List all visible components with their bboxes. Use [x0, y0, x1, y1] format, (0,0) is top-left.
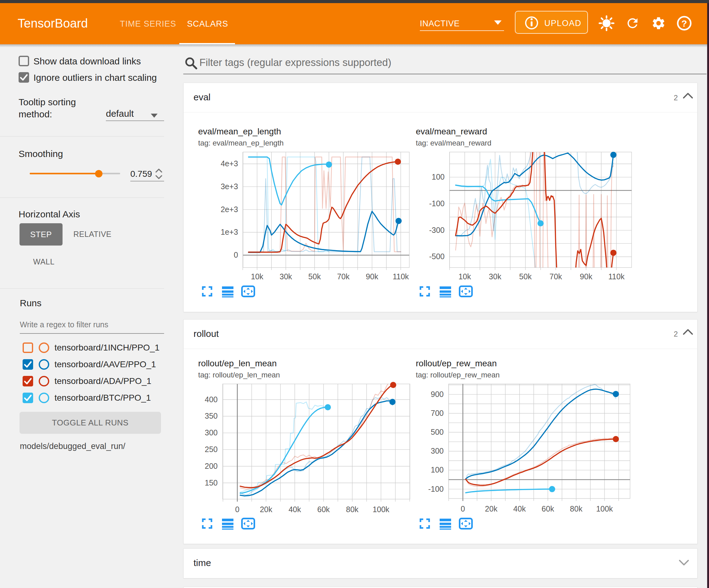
svg-text:300: 300: [431, 446, 444, 455]
svg-text:4e+3: 4e+3: [221, 159, 238, 168]
svg-text:-100: -100: [429, 199, 445, 208]
svg-text:-300: -300: [429, 226, 445, 234]
svg-text:3e+3: 3e+3: [221, 182, 238, 191]
svg-text:70k: 70k: [550, 272, 562, 281]
svg-text:60k: 60k: [542, 504, 554, 513]
svg-text:1e+3: 1e+3: [221, 228, 238, 236]
svg-text:40k: 40k: [513, 504, 526, 513]
svg-text:200: 200: [205, 462, 218, 470]
svg-text:80k: 80k: [346, 505, 359, 514]
svg-text:30k: 30k: [280, 272, 292, 281]
svg-text:10k: 10k: [251, 272, 263, 281]
svg-text:2e+3: 2e+3: [221, 205, 238, 214]
svg-text:250: 250: [205, 445, 218, 454]
svg-text:20k: 20k: [485, 504, 498, 513]
svg-text:110k: 110k: [608, 272, 625, 281]
svg-text:10k: 10k: [458, 272, 471, 281]
svg-text:40k: 40k: [289, 505, 301, 514]
svg-text:350: 350: [205, 411, 218, 420]
svg-text:30k: 30k: [489, 272, 502, 281]
svg-text:0: 0: [235, 505, 240, 514]
svg-text:100: 100: [431, 465, 444, 474]
svg-text:400: 400: [205, 395, 218, 404]
svg-text:700: 700: [431, 409, 444, 417]
svg-text:80k: 80k: [570, 504, 583, 513]
svg-text:50k: 50k: [519, 272, 532, 281]
svg-text:110k: 110k: [393, 272, 409, 281]
svg-text:300: 300: [205, 428, 218, 437]
svg-text:500: 500: [431, 428, 444, 436]
svg-text:90k: 90k: [366, 272, 378, 281]
svg-text:20k: 20k: [260, 505, 272, 514]
svg-text:-500: -500: [429, 252, 445, 261]
svg-text:0: 0: [461, 504, 465, 513]
svg-text:-100: -100: [428, 485, 444, 493]
svg-text:60k: 60k: [317, 505, 330, 514]
svg-text:50k: 50k: [308, 272, 321, 281]
svg-text:100k: 100k: [372, 505, 390, 514]
svg-text:?: ?: [681, 18, 687, 28]
svg-text:0: 0: [234, 251, 238, 259]
svg-text:150: 150: [205, 478, 218, 487]
svg-text:90k: 90k: [580, 272, 593, 281]
svg-text:900: 900: [431, 390, 444, 399]
svg-text:100k: 100k: [596, 504, 613, 513]
svg-text:70k: 70k: [337, 272, 350, 281]
svg-text:100: 100: [431, 173, 445, 181]
